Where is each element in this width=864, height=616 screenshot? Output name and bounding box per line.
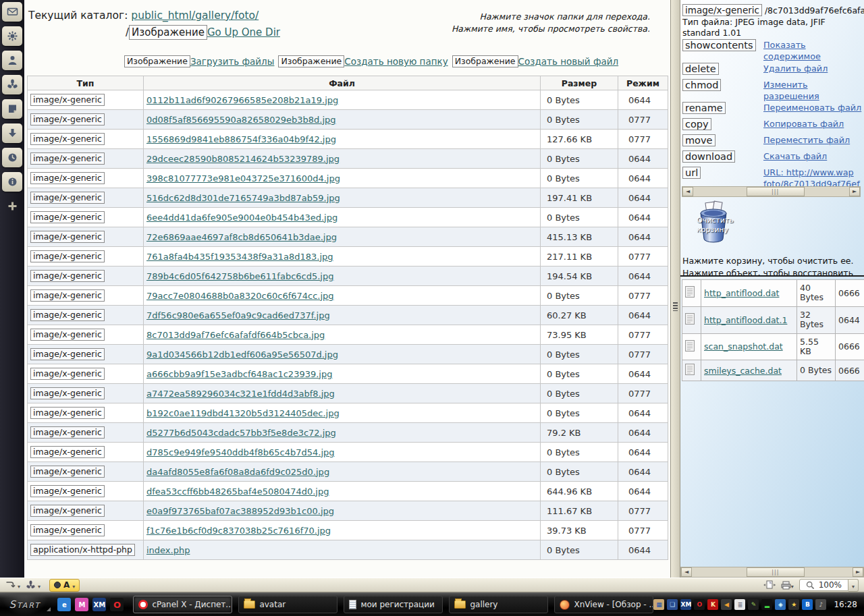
network-monitors-tray-icon[interactable]: ❏ [667, 599, 678, 610]
taskbar-expand-icon[interactable] [47, 607, 51, 611]
broken-image-placeholder[interactable]: image/x-generic [30, 446, 105, 458]
broken-image-placeholder[interactable]: image/x-generic [30, 387, 105, 399]
broken-image-placeholder[interactable]: image/x-generic [30, 211, 105, 223]
trash-file-link[interactable]: http_antiflood.dat [704, 288, 779, 298]
sidebar-button-gear[interactable] [2, 26, 22, 46]
file-link[interactable]: 72e6869aae4697af8cb8d650641b3dae.jpg [146, 232, 337, 242]
file-link[interactable]: d785c9e949fe9540ddb4f8b65c4b7d54.jpg [146, 447, 335, 457]
current-directory-link[interactable]: public_html/gallery/foto/ [131, 9, 259, 22]
broken-image-placeholder[interactable]: image/x-generic [30, 368, 105, 380]
file-link[interactable]: 1556869d9841eb886754f336a04b9f42.jpg [146, 134, 336, 144]
sidebar-button-mail[interactable] [2, 2, 22, 22]
file-link[interactable]: 6ee4dd41da6fe905e9004e0b454b43ed.jpg [146, 213, 338, 223]
broken-image-placeholder[interactable]: Изображение [129, 25, 207, 40]
file-link[interactable]: 516dc62d8d301de7165749a3bd87ab59.jpg [146, 193, 340, 203]
pen-tray-icon[interactable]: ✎ [748, 599, 759, 610]
broken-image-placeholder[interactable]: image/x-generic [30, 485, 105, 497]
blue-app-tray-icon[interactable]: ◈ [775, 599, 786, 610]
dropdown-arrow-icon[interactable] [791, 580, 794, 590]
broken-image-placeholder[interactable]: image/x-generic [30, 113, 105, 125]
scroll-left-icon[interactable]: ◄ [681, 567, 692, 577]
start-button[interactable]: Start [0, 593, 49, 616]
taskbar-task-xnview[interactable]: XnView - [Обзор - ... [554, 596, 653, 613]
trash-file-link[interactable]: scan_snapshot.dat [704, 341, 783, 352]
file-link[interactable]: 9a1d034566b12db1edf606a95e56507d.jpg [146, 349, 338, 360]
panel-action-link-delete[interactable]: Удалить файл [763, 63, 864, 74]
broken-image-placeholder[interactable]: image/x-generic [30, 348, 105, 360]
trash-button[interactable]: Очистить корзину [694, 200, 736, 247]
dropdown-arrow-icon[interactable] [38, 580, 40, 590]
scroll-thumb[interactable]: ||| [747, 187, 805, 196]
panel-action-link-move[interactable]: Переместить файл [763, 134, 864, 146]
trash-file-link[interactable]: smileys_cache.dat [704, 366, 782, 376]
scroll-right-icon[interactable]: ► [853, 567, 863, 577]
dropdown-arrow-icon[interactable] [72, 580, 75, 590]
file-action-link[interactable]: Создать новую папку [344, 56, 448, 67]
broken-image-placeholder[interactable]: image/x-generic [30, 407, 105, 419]
sidebar-button-info[interactable] [2, 172, 22, 192]
file-link[interactable]: 789b4c6d05f642758b6be611fabc6cd5.jpg [146, 271, 333, 281]
sidebar-button-notes[interactable] [2, 99, 22, 119]
fit-to-width-icon[interactable] [763, 580, 776, 590]
zoom-control[interactable]: 100% [799, 579, 848, 591]
file-link[interactable]: dfea53ccff6bb48265baf4e5080474d0.jpg [146, 486, 329, 497]
broken-image-placeholder[interactable]: image/x-generic [30, 505, 105, 517]
file-link[interactable]: 79acc7e0804688b0a8320c60c6f674cc.jpg [146, 291, 334, 301]
broken-image-placeholder[interactable]: image/x-generic [30, 426, 105, 439]
fan-icon[interactable] [26, 580, 36, 590]
print-preview-icon[interactable] [781, 581, 791, 590]
scroll-right-icon[interactable]: ► [849, 187, 860, 196]
file-link[interactable]: 761a8fa4b435f19353438f9a31a8d183.jpg [146, 252, 333, 262]
broken-image-placeholder[interactable]: image/x-generic [30, 250, 105, 262]
broken-image-placeholder[interactable]: application/x-httpd-php [30, 544, 135, 556]
taskbar-task-doc[interactable]: мои регистрации [344, 596, 443, 613]
dropdown-arrow-icon[interactable] [18, 580, 20, 590]
sound-tray-icon[interactable]: ♪ [815, 599, 826, 610]
antivirus-tray-icon[interactable]: K [707, 599, 718, 610]
file-link[interactable]: e0a9f973765baf07ac388952d93b1c00.jpg [146, 506, 334, 516]
panel-action-link-chmod[interactable]: Изменить разрешения [763, 79, 864, 103]
trash-file-link[interactable]: http_antiflood.dat.1 [704, 315, 787, 325]
panel-horizontal-scrollbar[interactable]: ◄ ||| ► [682, 186, 861, 197]
column-header[interactable]: Файл [144, 76, 541, 90]
file-link[interactable]: 29dceec28590b8085214624b53239789.jpg [146, 154, 340, 164]
broken-image-placeholder[interactable]: image/x-generic [30, 231, 105, 243]
xm-tray-icon[interactable]: XM [680, 599, 691, 610]
panel-action-link-rename[interactable]: Переименовать файл [763, 102, 864, 113]
sidebar-button-fan[interactable] [2, 75, 22, 94]
wand-tray-icon[interactable]: ★ [788, 599, 799, 610]
zoom-dropdown-icon[interactable] [848, 579, 859, 592]
session-rewind-icon[interactable] [5, 580, 16, 590]
file-action-link[interactable]: Создать новый файл [518, 56, 619, 67]
quicklaunch-xm-icon[interactable]: XM [92, 598, 106, 611]
volume-tray-icon[interactable]: ◀ [721, 599, 732, 610]
broken-image-placeholder[interactable]: image/x-generic [30, 309, 105, 321]
sidebar-button-history[interactable] [2, 148, 22, 167]
broken-image-placeholder[interactable]: image/x-generic [30, 192, 105, 204]
font-size-control[interactable]: A [49, 579, 80, 592]
column-header[interactable]: Тип [28, 76, 144, 90]
panel-action-link-showcontents[interactable]: Показать содержимое [763, 39, 864, 63]
file-link[interactable]: 0112b11ad6f90267966585e208b21a19.jpg [146, 95, 338, 105]
splitter-grip-icon[interactable] [673, 302, 678, 311]
panel-bottom-scrollbar[interactable]: ◄ ||| ► [680, 567, 864, 578]
file-action-link[interactable]: Загрузить файлы [190, 56, 275, 67]
file-link[interactable]: 8c7013dd9af76efc6afafdf664b5cbca.jpg [146, 330, 325, 340]
broken-image-placeholder[interactable]: image/x-generic [30, 289, 105, 302]
broken-image-placeholder[interactable]: image/x-generic [30, 172, 105, 184]
broken-image-placeholder[interactable]: image/x-generic [30, 270, 105, 282]
scroll-thumb[interactable]: ||| [747, 567, 805, 577]
taskbar-task-opera[interactable]: cPanel X - Диспет... [133, 596, 232, 613]
console-tray-icon[interactable]: ▂ [761, 599, 772, 610]
broken-image-placeholder[interactable]: image/x-generic [30, 94, 105, 106]
file-link[interactable]: a7472ea589296034c321e1fdd4d3abf8.jpg [146, 389, 335, 399]
file-link[interactable]: da4afd8055e8fa6f08a8da6fd9c025d0.jpg [146, 467, 329, 477]
broken-image-placeholder[interactable]: image/x-generic [30, 133, 105, 145]
sidebar-button-contacts[interactable] [2, 51, 22, 70]
broken-image-placeholder[interactable]: image/x-generic [30, 466, 105, 478]
quicklaunch-opera-icon[interactable]: O [110, 598, 124, 611]
file-link[interactable]: d5277b6d5043cdadc57bb3f5e8de3c72.jpg [146, 428, 336, 438]
column-header[interactable]: Размер [541, 76, 618, 90]
quicklaunch-browser-icon[interactable]: e [57, 598, 71, 611]
taskbar-task-folder[interactable]: gallery [449, 596, 548, 613]
